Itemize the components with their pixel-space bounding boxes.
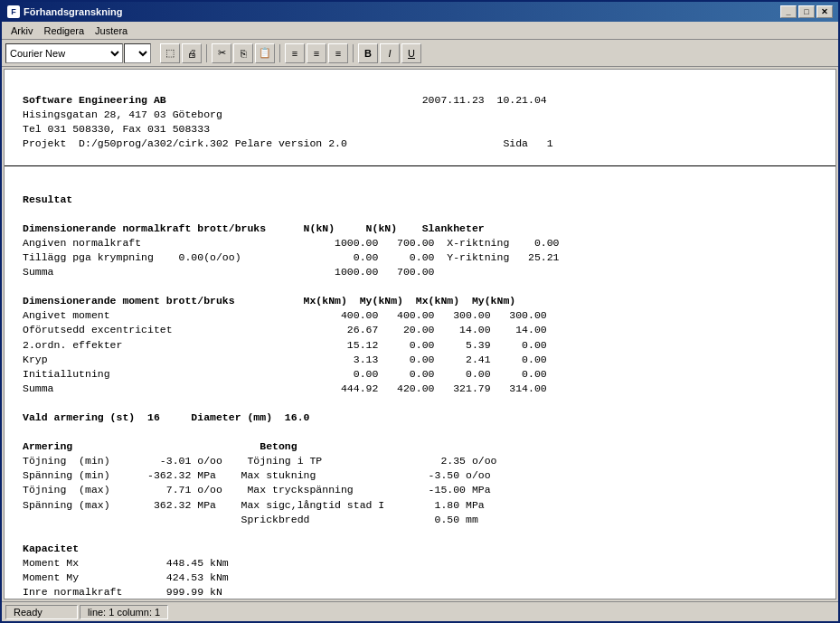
- normalkraft-row-3: Summa 1000.00 700.00: [23, 266, 434, 278]
- close-button[interactable]: ✕: [816, 5, 833, 18]
- resultat-header: Resultat: [23, 194, 72, 205]
- status-ready: Ready: [5, 605, 78, 619]
- column-value: 1: [155, 607, 160, 618]
- align-center-button[interactable]: ≡: [307, 43, 326, 63]
- arm-row-2: Spänning (min) -362.32 MPa Max stukning …: [23, 469, 491, 481]
- font-size-select[interactable]: [124, 43, 151, 63]
- kap-row-2: Moment My 424.53 kNm: [23, 571, 229, 583]
- menu-arkiv[interactable]: Arkiv: [5, 24, 38, 37]
- paste-button[interactable]: 📋: [255, 43, 275, 63]
- armering-line: Vald armering (st) 16 Diameter (mm) 16.0: [23, 411, 309, 423]
- status-line-info: line: 1 column: 1: [80, 605, 168, 619]
- italic-button[interactable]: I: [380, 43, 400, 63]
- bold-button[interactable]: B: [358, 43, 378, 63]
- toolbar-divider-3: [353, 44, 354, 62]
- title-bar: F Förhandsgranskning _ □ ✕: [2, 2, 838, 22]
- maximize-button[interactable]: □: [798, 5, 815, 18]
- normalkraft-row-2: Tillägg pga krympning 0.00(o/oo) 0.00 0.…: [23, 251, 560, 263]
- align-left-button[interactable]: ≡: [285, 43, 305, 63]
- moment-row-6: Summa 444.92 420.00 321.79 314.00: [23, 382, 547, 394]
- kap-row-3: Inre normalkraft 999.99 kN: [23, 586, 222, 598]
- menu-bar: Arkiv Redigera Justera: [2, 22, 838, 40]
- toolbar-divider-2: [279, 44, 280, 62]
- copy-button[interactable]: ⎘: [233, 43, 253, 63]
- toolbar: Courier New ⬚ 🖨 ✂ ⎘ 📋 ≡ ≡ ≡ B I U: [2, 40, 838, 67]
- minimize-button[interactable]: _: [780, 5, 797, 18]
- doc-address: Hisingsgatan 28, 417 03 Göteborg: [23, 109, 222, 120]
- print-button[interactable]: 🖨: [182, 43, 202, 63]
- normalkraft-row-1: Angiven normalkraft 1000.00 700.00 X-rik…: [23, 237, 560, 249]
- normalkraft-header: Dimensionerande normalkraft brott/bruks: [23, 222, 266, 234]
- arm-row-1: Töjning (min) -3.01 o/oo Töjning i TP 2.…: [23, 455, 497, 467]
- document-body: Resultat Dimensionerande normalkraft bro…: [5, 172, 835, 599]
- armering-betong-headers: Armering Betong: [23, 440, 297, 452]
- arm-row-3: Töjning (max) 7.71 o/oo Max tryckspännin…: [23, 484, 491, 496]
- doc-phone: Tel 031 508330, Fax 031 508333: [23, 123, 210, 135]
- document-content: Software Engineering AB 2007.11.23 10.21…: [5, 70, 835, 160]
- align-right-button[interactable]: ≡: [328, 43, 348, 63]
- window-title: Förhandsgranskning: [24, 6, 122, 17]
- company-name: Software Engineering AB: [23, 94, 166, 106]
- moment-row-3: 2.ordn. effekter 15.12 0.00 5.39 0.00: [23, 339, 547, 351]
- menu-justera[interactable]: Justera: [90, 24, 133, 37]
- print-preview-button[interactable]: ⬚: [160, 43, 180, 63]
- main-window: F Förhandsgranskning _ □ ✕ Arkiv Rediger…: [0, 0, 840, 623]
- arm-row-4: Spänning (max) 362.32 MPa Max sigc,långt…: [23, 499, 485, 511]
- doc-project: Projekt D:/g50prog/a302/cirk.302 Pelare …: [23, 137, 347, 149]
- font-select[interactable]: Courier New: [5, 43, 123, 63]
- cut-button[interactable]: ✂: [212, 43, 231, 63]
- document-area[interactable]: Software Engineering AB 2007.11.23 10.21…: [4, 69, 836, 599]
- moment-row-5: Initiallutning 0.00 0.00 0.00 0.00: [23, 368, 547, 380]
- window-icon: F: [7, 5, 20, 18]
- status-bar: Ready line: 1 column: 1: [2, 601, 838, 621]
- kapacitet-header: Kapacitet: [23, 543, 79, 554]
- column-label: column:: [117, 607, 152, 618]
- line-label: line:: [88, 607, 106, 618]
- moment-header: Dimensionerande moment brott/bruks: [23, 295, 235, 307]
- arm-row-5: Sprickbredd 0.50 mm: [23, 514, 478, 525]
- doc-page: Sida 1: [503, 137, 552, 149]
- underline-button[interactable]: U: [401, 43, 421, 63]
- moment-row-1: Angivet moment 400.00 400.00 300.00 300.…: [23, 309, 547, 321]
- menu-redigera[interactable]: Redigera: [38, 24, 90, 37]
- line-value: 1: [109, 607, 114, 618]
- moment-row-4: Kryp 3.13 0.00 2.41 0.00: [23, 354, 547, 365]
- window-controls: _ □ ✕: [780, 5, 833, 18]
- doc-date: 2007.11.23 10.21.04: [422, 94, 547, 106]
- kap-row-1: Moment Mx 448.45 kNm: [23, 557, 229, 569]
- header-separator: [5, 165, 835, 166]
- moment-row-2: Oförutsedd excentricitet 26.67 20.00 14.…: [23, 324, 547, 335]
- toolbar-divider-1: [206, 44, 207, 62]
